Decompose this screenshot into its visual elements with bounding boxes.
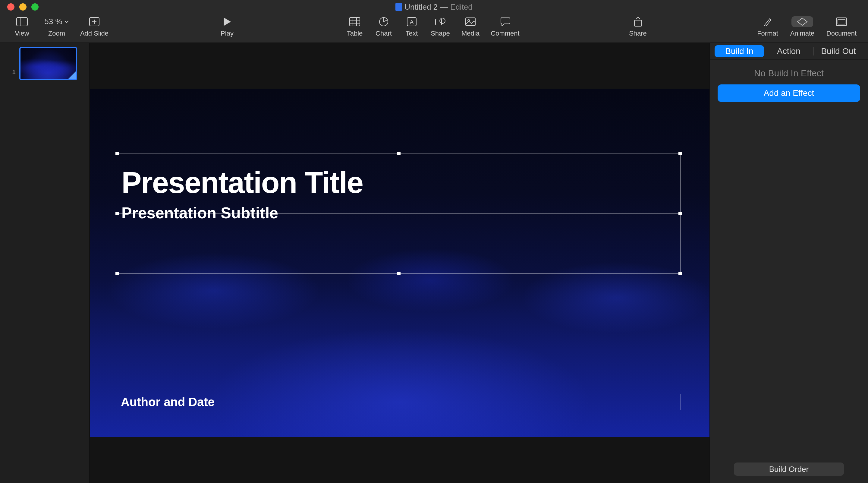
table-icon (349, 16, 360, 27)
svg-point-17 (468, 20, 470, 22)
resize-handle-top-left[interactable] (116, 152, 119, 155)
slide-author[interactable]: Author and Date (121, 395, 215, 409)
resize-handle-top-middle[interactable] (397, 152, 401, 155)
plus-icon (89, 16, 99, 27)
slide-navigator[interactable]: 1 (0, 43, 90, 483)
view-button[interactable]: View (5, 16, 38, 40)
slide-thumbnail[interactable] (19, 47, 77, 80)
inspector-panel: Build In Action Build Out No Build In Ef… (710, 43, 868, 483)
media-label: Media (461, 30, 479, 37)
title-separator: — (440, 2, 448, 12)
slide-subtitle[interactable]: Presentation Subtitle (117, 199, 680, 222)
format-button[interactable]: Format (751, 16, 784, 40)
animate-label: Animate (790, 30, 815, 37)
add-slide-label: Add Slide (80, 30, 108, 37)
media-button[interactable]: Media (456, 16, 486, 40)
slide-canvas[interactable]: Presentation Title Presentation Subtitle… (90, 43, 710, 483)
document-button[interactable]: Document (820, 16, 863, 40)
resize-handle-bottom-middle[interactable] (397, 272, 401, 275)
resize-handle-middle-right[interactable] (678, 212, 682, 215)
resize-handle-bottom-right[interactable] (678, 272, 682, 275)
chart-label: Chart (375, 30, 392, 37)
tab-build-in[interactable]: Build In (715, 45, 764, 57)
view-label: View (15, 30, 29, 37)
inspector-tabs: Build In Action Build Out (710, 43, 868, 60)
document-icon (396, 3, 402, 11)
svg-rect-22 (838, 19, 845, 24)
chart-button[interactable]: Chart (369, 16, 398, 40)
comment-button[interactable]: Comment (486, 16, 525, 40)
document-label: Document (827, 30, 857, 37)
add-slide-button[interactable]: Add Slide (75, 16, 114, 40)
svg-marker-5 (224, 18, 230, 26)
sidebar-icon (16, 16, 28, 27)
comment-label: Comment (491, 30, 519, 37)
media-icon (465, 16, 475, 27)
document-title: Untitled 2 — Edited (0, 2, 868, 12)
shape-icon (435, 16, 445, 27)
share-icon (633, 16, 643, 27)
format-label: Format (757, 30, 778, 37)
share-button[interactable]: Share (621, 16, 655, 40)
slide-index: 1 (12, 68, 16, 76)
chart-icon (379, 16, 389, 27)
animate-button[interactable]: Animate (784, 16, 820, 40)
window-titlebar: Untitled 2 — Edited (0, 0, 868, 14)
slide-thumbnail-item[interactable]: 1 (0, 47, 90, 80)
add-effect-button[interactable]: Add an Effect (718, 84, 860, 102)
slide-title[interactable]: Presentation Title (117, 153, 680, 199)
resize-handle-bottom-left[interactable] (116, 272, 119, 275)
text-icon: A (407, 16, 416, 27)
svg-marker-20 (798, 18, 807, 25)
play-label: Play (221, 30, 234, 37)
tab-action[interactable]: Action (764, 45, 813, 57)
shape-button[interactable]: Shape (425, 16, 456, 40)
toolbar: View 53 % Zoom Add Slide Play (0, 14, 868, 43)
play-button[interactable]: Play (211, 16, 244, 40)
play-icon (223, 16, 231, 27)
svg-rect-16 (466, 18, 475, 26)
document-icon (836, 16, 847, 27)
resize-handle-top-right[interactable] (678, 152, 682, 155)
build-order-button[interactable]: Build Order (734, 462, 844, 476)
no-effect-label: No Build In Effect (718, 68, 860, 79)
author-text-box[interactable]: Author and Date (117, 394, 681, 410)
svg-point-15 (440, 18, 445, 24)
slide[interactable]: Presentation Title Presentation Subtitle… (90, 89, 710, 437)
table-label: Table (347, 30, 363, 37)
format-icon (763, 16, 772, 27)
document-name: Untitled 2 (404, 2, 438, 12)
svg-rect-0 (17, 18, 27, 26)
table-button[interactable]: Table (340, 16, 369, 40)
comment-icon (500, 16, 510, 27)
shape-label: Shape (431, 30, 450, 37)
zoom-value: 53 % (44, 17, 62, 26)
svg-text:A: A (410, 19, 413, 25)
document-status: Edited (450, 2, 472, 12)
resize-handle-middle-left[interactable] (116, 212, 119, 215)
zoom-button[interactable]: 53 % Zoom (38, 16, 75, 40)
text-button[interactable]: A Text (398, 16, 425, 40)
animate-icon (792, 16, 813, 27)
svg-rect-6 (350, 18, 360, 26)
tab-build-out[interactable]: Build Out (814, 45, 863, 57)
slide-notes-fold-icon (68, 71, 76, 79)
title-text-box[interactable]: Presentation Title Presentation Subtitle (117, 153, 681, 274)
svg-rect-14 (435, 19, 441, 25)
selection-midline (117, 213, 680, 214)
chevron-down-icon (64, 19, 69, 24)
share-label: Share (629, 30, 647, 37)
zoom-label: Zoom (48, 30, 65, 37)
text-label: Text (406, 30, 418, 37)
